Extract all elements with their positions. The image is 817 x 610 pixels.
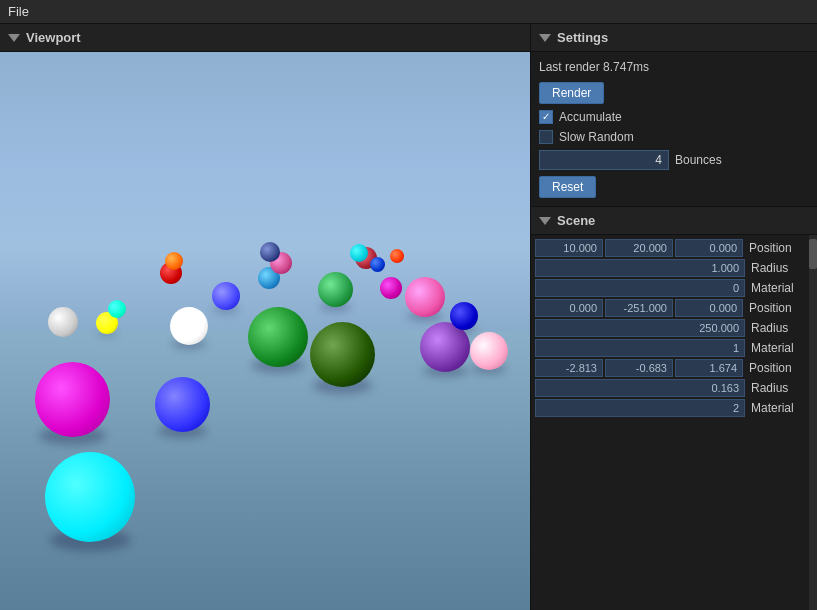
position-cell-0-2[interactable] — [675, 239, 743, 257]
scene-object-radius-row-0: Radius — [535, 259, 813, 277]
render-time-row: Last render 8.747ms — [539, 60, 809, 74]
sphere-s22 — [450, 302, 478, 330]
position-cell-1-1[interactable] — [605, 299, 673, 317]
sphere-s14 — [260, 242, 280, 262]
scene-object-position-row-2: Position — [535, 359, 813, 377]
scene-rows-wrapper: PositionRadiusMaterialPositionRadiusMate… — [531, 235, 817, 610]
sphere-s24 — [350, 244, 368, 262]
sphere-s1 — [35, 362, 110, 437]
slow-random-checkbox[interactable] — [539, 130, 553, 144]
material-cell-0[interactable] — [535, 279, 745, 297]
slow-random-label: Slow Random — [559, 130, 634, 144]
material-cell-2[interactable] — [535, 399, 745, 417]
sphere-s16 — [318, 272, 353, 307]
scene-object-material-row-2: Material — [535, 399, 813, 417]
scene-header: Scene — [531, 207, 817, 235]
scene-object-position-row-0: Position — [535, 239, 813, 257]
position-cell-2-2[interactable] — [675, 359, 743, 377]
scene-title: Scene — [557, 213, 595, 228]
sphere-s18 — [370, 257, 385, 272]
settings-full: Settings Last render 8.747ms Render ✓ Ac… — [531, 24, 817, 610]
slow-random-row: Slow Random — [539, 130, 809, 144]
sphere-s6 — [108, 300, 126, 318]
settings-scene-panel: Settings Last render 8.747ms Render ✓ Ac… — [530, 24, 817, 610]
sphere-s11 — [248, 307, 308, 367]
main-layout: Viewport Settings Last render 8.747ms Re… — [0, 24, 817, 610]
scene-object-radius-row-1: Radius — [535, 319, 813, 337]
viewport-canvas — [0, 52, 530, 610]
scene-object-position-row-1: Position — [535, 299, 813, 317]
settings-content: Last render 8.747ms Render ✓ Accumulate … — [531, 52, 817, 206]
file-menu[interactable]: File — [8, 4, 29, 19]
sphere-s7 — [48, 307, 78, 337]
position-cell-0-1[interactable] — [605, 239, 673, 257]
material-cell-1[interactable] — [535, 339, 745, 357]
position-cell-1-2[interactable] — [675, 299, 743, 317]
position-cell-2-0[interactable] — [535, 359, 603, 377]
viewport-header: Viewport — [0, 24, 530, 52]
accumulate-row: ✓ Accumulate — [539, 110, 809, 124]
accumulate-checkbox[interactable]: ✓ — [539, 110, 553, 124]
sphere-s3 — [155, 377, 210, 432]
sphere-s20 — [405, 277, 445, 317]
scene-scrollbar-thumb[interactable] — [809, 239, 817, 269]
sphere-s2 — [45, 452, 135, 542]
settings-title: Settings — [557, 30, 608, 45]
render-time-label: Last render — [539, 60, 600, 74]
radius-label-1: Radius — [747, 321, 807, 335]
checkmark-icon: ✓ — [542, 112, 550, 122]
radius-label-0: Radius — [747, 261, 807, 275]
settings-collapse-icon[interactable] — [539, 34, 551, 42]
render-button[interactable]: Render — [539, 82, 604, 104]
position-label-1: Position — [745, 301, 805, 315]
position-label-0: Position — [745, 241, 805, 255]
position-cell-0-0[interactable] — [535, 239, 603, 257]
scene-panel: Scene PositionRadiusMaterialPositionRadi… — [531, 206, 817, 610]
render-time-value: 8.747ms — [603, 60, 649, 74]
scene-object-material-row-1: Material — [535, 339, 813, 357]
radius-cell-0[interactable] — [535, 259, 745, 277]
sphere-s10 — [212, 282, 240, 310]
settings-header: Settings — [531, 24, 817, 52]
scene-content: PositionRadiusMaterialPositionRadiusMate… — [531, 235, 817, 423]
viewport-panel: Viewport — [0, 24, 530, 610]
sphere-s23 — [470, 332, 508, 370]
material-label-0: Material — [747, 281, 807, 295]
sphere-s19 — [380, 277, 402, 299]
scene-collapse-icon[interactable] — [539, 217, 551, 225]
reset-button[interactable]: Reset — [539, 176, 596, 198]
material-label-1: Material — [747, 341, 807, 355]
sphere-s9 — [165, 252, 183, 270]
viewport-title: Viewport — [26, 30, 81, 45]
radius-cell-2[interactable] — [535, 379, 745, 397]
sphere-s15 — [310, 322, 375, 387]
bounces-label: Bounces — [675, 153, 722, 167]
position-cell-2-1[interactable] — [605, 359, 673, 377]
scene-object-material-row-0: Material — [535, 279, 813, 297]
menu-bar: File — [0, 0, 817, 24]
render-button-row: Render — [539, 82, 809, 104]
scene-object-radius-row-2: Radius — [535, 379, 813, 397]
accumulate-label: Accumulate — [559, 110, 622, 124]
position-cell-1-0[interactable] — [535, 299, 603, 317]
position-label-2: Position — [745, 361, 805, 375]
reset-button-row: Reset — [539, 176, 809, 198]
bounces-input[interactable] — [539, 150, 669, 170]
sphere-s4 — [170, 307, 208, 345]
radius-label-2: Radius — [747, 381, 807, 395]
sphere-s25 — [390, 249, 404, 263]
scene-scrollbar[interactable] — [809, 235, 817, 610]
material-label-2: Material — [747, 401, 807, 415]
radius-cell-1[interactable] — [535, 319, 745, 337]
viewport-collapse-icon[interactable] — [8, 34, 20, 42]
bounces-row: Bounces — [539, 150, 809, 170]
